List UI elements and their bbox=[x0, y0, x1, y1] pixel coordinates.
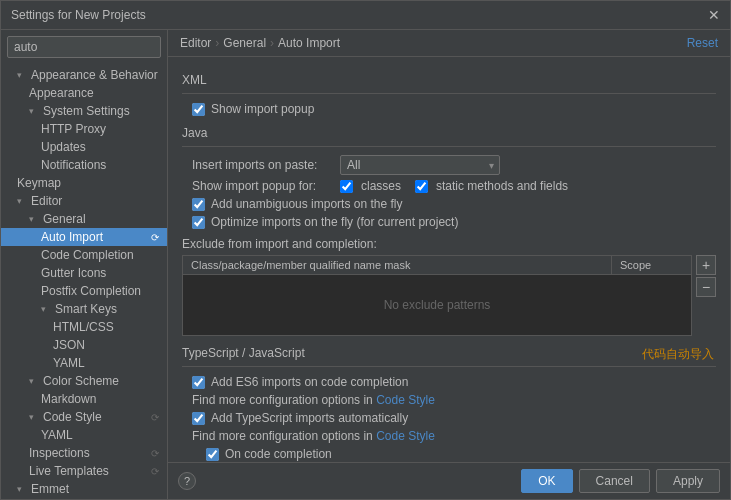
bottom-bar: ? OK Cancel Apply bbox=[168, 462, 730, 499]
sidebar-item-label: Appearance & Behavior bbox=[31, 68, 159, 82]
static-methods-label: static methods and fields bbox=[436, 179, 568, 193]
help-button[interactable]: ? bbox=[178, 472, 196, 490]
settings-window: Settings for New Projects ✕ ▾ Appearance… bbox=[0, 0, 731, 500]
settings-panel: Editor › General › Auto Import Reset XML… bbox=[168, 30, 730, 499]
exclude-label: Exclude from import and completion: bbox=[182, 237, 716, 251]
sidebar-item-http-proxy[interactable]: HTTP Proxy bbox=[1, 120, 167, 138]
sidebar-item-notifications[interactable]: Notifications bbox=[1, 156, 167, 174]
sidebar-item-yaml2[interactable]: YAML bbox=[1, 426, 167, 444]
sidebar-item-label: Appearance bbox=[29, 86, 159, 100]
sidebar-item-html-css[interactable]: HTML/CSS bbox=[1, 318, 167, 336]
sidebar-item-system-settings[interactable]: ▾ System Settings bbox=[1, 102, 167, 120]
sidebar-item-json[interactable]: JSON bbox=[1, 336, 167, 354]
arrow-icon: ▾ bbox=[29, 412, 39, 422]
sidebar-item-inspections[interactable]: Inspections ⟳ bbox=[1, 444, 167, 462]
typescript-section: TypeScript / JavaScript 代码自动导入 Add ES6 i… bbox=[182, 346, 716, 462]
sidebar-item-gutter-icons[interactable]: Gutter Icons bbox=[1, 264, 167, 282]
sidebar-item-label: Keymap bbox=[17, 176, 159, 190]
breadcrumb-sep2: › bbox=[270, 36, 274, 50]
annotation-label: 代码自动导入 bbox=[642, 346, 714, 363]
optimize-imports-row: Optimize imports on the fly (for current… bbox=[182, 215, 716, 229]
on-code-completion-row: On code completion bbox=[182, 447, 716, 461]
sidebar-item-smart-keys[interactable]: ▾ Smart Keys bbox=[1, 300, 167, 318]
sidebar-item-label: Code Completion bbox=[41, 248, 159, 262]
sidebar-item-general[interactable]: ▾ General bbox=[1, 210, 167, 228]
breadcrumb-general: General bbox=[223, 36, 266, 50]
sidebar-item-keymap[interactable]: Keymap bbox=[1, 174, 167, 192]
window-title: Settings for New Projects bbox=[11, 8, 146, 22]
sidebar-item-label: System Settings bbox=[43, 104, 159, 118]
insert-imports-label: Insert imports on paste: bbox=[192, 158, 332, 172]
arrow-icon: ▾ bbox=[41, 304, 51, 314]
sidebar-item-auto-import[interactable]: Auto Import ⟳ bbox=[1, 228, 167, 246]
exclude-wrapper: Class/package/member qualified name mask… bbox=[182, 255, 716, 336]
settings-form: XML Show import popup Java Insert import… bbox=[168, 57, 730, 462]
reset-button[interactable]: Reset bbox=[687, 36, 718, 50]
exclude-actions: + − bbox=[696, 255, 716, 299]
typescript-section-label: TypeScript / JavaScript bbox=[182, 346, 716, 360]
show-import-popup-checkbox[interactable] bbox=[192, 103, 205, 116]
add-es6-checkbox[interactable] bbox=[192, 376, 205, 389]
exclude-col1-header: Class/package/member qualified name mask bbox=[183, 256, 611, 274]
code-style-link-1[interactable]: Code Style bbox=[376, 393, 435, 407]
sidebar: ▾ Appearance & Behavior Appearance ▾ Sys… bbox=[1, 30, 168, 499]
add-unambiguous-row: Add unambiguous imports on the fly bbox=[182, 197, 716, 211]
close-button[interactable]: ✕ bbox=[708, 7, 720, 23]
sidebar-item-label: Editor bbox=[31, 194, 159, 208]
sidebar-item-label: Auto Import bbox=[41, 230, 147, 244]
search-input[interactable] bbox=[7, 36, 161, 58]
static-methods-checkbox[interactable] bbox=[415, 180, 428, 193]
show-import-popup-label: Show import popup bbox=[211, 102, 314, 116]
sidebar-item-label: Postfix Completion bbox=[41, 284, 159, 298]
add-es6-row: Add ES6 imports on code completion bbox=[182, 375, 716, 389]
sidebar-item-appearance-behavior[interactable]: ▾ Appearance & Behavior bbox=[1, 66, 167, 84]
sidebar-item-label: Notifications bbox=[41, 158, 159, 172]
sidebar-item-appearance[interactable]: Appearance bbox=[1, 84, 167, 102]
sidebar-item-emmet[interactable]: ▾ Emmet bbox=[1, 480, 167, 498]
sidebar-item-editor[interactable]: ▾ Editor bbox=[1, 192, 167, 210]
add-unambiguous-checkbox[interactable] bbox=[192, 198, 205, 211]
sidebar-item-live-templates[interactable]: Live Templates ⟳ bbox=[1, 462, 167, 480]
ok-button[interactable]: OK bbox=[521, 469, 572, 493]
show-import-popup-for-label: Show import popup for: bbox=[192, 179, 332, 193]
sidebar-item-markdown[interactable]: Markdown bbox=[1, 390, 167, 408]
add-typescript-checkbox[interactable] bbox=[192, 412, 205, 425]
find-more-2-row: Find more configuration options in Code … bbox=[182, 429, 716, 443]
sidebar-item-postfix-completion[interactable]: Postfix Completion bbox=[1, 282, 167, 300]
apply-button[interactable]: Apply bbox=[656, 469, 720, 493]
title-bar: Settings for New Projects ✕ bbox=[1, 1, 730, 30]
java-section-label: Java bbox=[182, 126, 716, 140]
optimize-imports-checkbox[interactable] bbox=[192, 216, 205, 229]
sidebar-item-label: Smart Keys bbox=[55, 302, 159, 316]
find-more-1-row: Find more configuration options in Code … bbox=[182, 393, 716, 407]
show-import-popup-row: Show import popup bbox=[182, 102, 716, 116]
sidebar-item-label: HTTP Proxy bbox=[41, 122, 159, 136]
sidebar-item-label: Code Style bbox=[43, 410, 147, 424]
sidebar-item-code-completion[interactable]: Code Completion bbox=[1, 246, 167, 264]
sidebar-item-updates[interactable]: Updates bbox=[1, 138, 167, 156]
exclude-add-button[interactable]: + bbox=[696, 255, 716, 275]
sidebar-item-label: Markdown bbox=[41, 392, 159, 406]
sidebar-item-label: Emmet bbox=[31, 482, 159, 496]
tree: ▾ Appearance & Behavior Appearance ▾ Sys… bbox=[1, 64, 167, 499]
exclude-header: Class/package/member qualified name mask… bbox=[183, 256, 691, 275]
main-content: ▾ Appearance & Behavior Appearance ▾ Sys… bbox=[1, 30, 730, 499]
arrow-icon: ▾ bbox=[29, 214, 39, 224]
sidebar-item-color-scheme[interactable]: ▾ Color Scheme bbox=[1, 372, 167, 390]
add-typescript-label: Add TypeScript imports automatically bbox=[211, 411, 408, 425]
on-code-completion-checkbox[interactable] bbox=[206, 448, 219, 461]
cancel-button[interactable]: Cancel bbox=[579, 469, 650, 493]
sidebar-item-code-style[interactable]: ▾ Code Style ⟳ bbox=[1, 408, 167, 426]
search-box bbox=[1, 30, 167, 64]
sync-icon: ⟳ bbox=[151, 232, 159, 243]
insert-imports-select[interactable]: All Ask None bbox=[340, 155, 500, 175]
classes-checkbox[interactable] bbox=[340, 180, 353, 193]
sidebar-item-yaml[interactable]: YAML bbox=[1, 354, 167, 372]
insert-imports-row: Insert imports on paste: All Ask None bbox=[182, 155, 716, 175]
sidebar-item-label: Updates bbox=[41, 140, 159, 154]
sync-icon: ⟳ bbox=[151, 448, 159, 459]
code-style-link-2[interactable]: Code Style bbox=[376, 429, 435, 443]
show-import-popup-for-row: Show import popup for: classes static me… bbox=[182, 179, 716, 193]
add-unambiguous-label: Add unambiguous imports on the fly bbox=[211, 197, 402, 211]
exclude-remove-button[interactable]: − bbox=[696, 277, 716, 297]
